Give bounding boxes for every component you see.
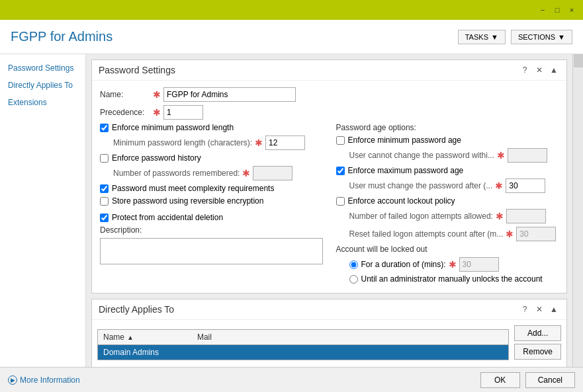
minimize-button[interactable]: − (537, 4, 549, 16)
mail-column-label: Mail (197, 333, 212, 342)
title-bar: − □ × (0, 0, 583, 20)
min-length-input[interactable] (265, 136, 305, 150)
complexity-label: Password must meet complexity requiremen… (112, 184, 274, 193)
directly-close-button[interactable]: ✕ (533, 303, 545, 315)
password-settings-panel: Password Settings ? ✕ ▲ Name: ✱ Preceden… (91, 59, 567, 294)
for-duration-input (459, 257, 499, 272)
failed-attempts-star: ✱ (496, 211, 504, 221)
for-duration-star: ✱ (449, 259, 457, 270)
enforce-history-checkbox[interactable] (100, 154, 109, 163)
tasks-button[interactable]: TASKS ▼ (458, 30, 506, 44)
add-button[interactable]: Add... (514, 325, 561, 341)
name-row: Name: ✱ (100, 87, 559, 102)
failed-attempts-sub-row: Number of failed logon attempts allowed:… (349, 209, 559, 223)
close-button[interactable]: × (566, 4, 578, 16)
tasks-dropdown-icon: ▼ (491, 33, 498, 41)
sidebar-item-label: Password Settings (8, 63, 73, 73)
password-age-label-row: Password age options: (336, 123, 559, 132)
enforce-min-age-row: Enforce minimum password age (336, 136, 559, 145)
panel-collapse-button[interactable]: ▲ (548, 64, 560, 76)
for-duration-radio[interactable] (349, 260, 358, 269)
more-info-icon: ▶ (8, 375, 17, 385)
directly-applies-panel: Directly Applies To ? ✕ ▲ Name ▲ (91, 299, 567, 367)
password-age-label: Password age options: (336, 123, 416, 132)
account-locked-row: Account will be locked out (336, 245, 559, 254)
cancel-button[interactable]: Cancel (525, 372, 575, 388)
right-column: Password age options: Enforce minimum pa… (336, 123, 559, 286)
num-passwords-label: Number of passwords remembered: (113, 169, 240, 178)
reset-attempts-input (516, 227, 556, 241)
name-column-header[interactable]: Name ▲ (98, 330, 139, 344)
reset-attempts-star: ✱ (506, 229, 514, 239)
password-settings-title: Password Settings (99, 65, 175, 75)
name-input[interactable] (163, 87, 296, 102)
main-layout: Password Settings Directly Applies To Ex… (0, 54, 583, 367)
cannot-change-sub-row: User cannot change the password withi...… (349, 148, 559, 163)
sidebar-item-directly-applies[interactable]: Directly Applies To (0, 77, 85, 94)
min-length-star: ✱ (255, 137, 263, 148)
precedence-input[interactable] (163, 105, 203, 120)
for-duration-row: For a duration of (mins): ✱ (349, 257, 559, 272)
sections-button[interactable]: SECTIONS ▼ (511, 30, 572, 44)
precedence-row: Precedence: ✱ (100, 105, 559, 120)
help-button[interactable]: ? (519, 64, 531, 76)
enforce-min-length-checkbox[interactable] (100, 124, 109, 132)
sections-label: SECTIONS (518, 33, 555, 41)
cannot-change-label: User cannot change the password withi... (349, 151, 494, 160)
directly-applies-title: Directly Applies To (99, 304, 174, 315)
password-settings-header: Password Settings ? ✕ ▲ (92, 60, 566, 81)
enforce-history-row: Enforce password history (100, 153, 323, 163)
complexity-checkbox[interactable] (100, 184, 109, 193)
directly-applies-controls: ? ✕ ▲ (519, 303, 560, 315)
header-actions: TASKS ▼ SECTIONS ▼ (458, 30, 572, 44)
num-passwords-input (253, 166, 292, 180)
sidebar-item-extensions[interactable]: Extensions (0, 94, 85, 111)
scrollbar[interactable] (572, 54, 583, 367)
reversible-checkbox[interactable] (100, 197, 109, 206)
until-admin-radio[interactable] (349, 275, 358, 284)
until-admin-label: Until an administrator manually unlocks … (361, 274, 543, 284)
panel-controls: ? ✕ ▲ (519, 64, 560, 76)
enforce-lockout-checkbox[interactable] (336, 197, 345, 206)
more-info-link[interactable]: ▶ More Information (8, 375, 80, 385)
enforce-history-label: Enforce password history (112, 153, 201, 163)
enforce-max-age-row: Enforce maximum password age (336, 166, 559, 175)
num-passwords-star: ✱ (242, 168, 250, 178)
name-sort-icon: ▲ (127, 334, 134, 341)
panel-close-button[interactable]: ✕ (533, 64, 545, 76)
sidebar-item-password-settings[interactable]: Password Settings (0, 59, 85, 77)
reversible-label: Store password using reversible encrypti… (112, 196, 263, 206)
left-column: Enforce minimum password length Minimum … (100, 123, 323, 286)
enforce-min-age-label: Enforce minimum password age (348, 136, 461, 145)
description-label-row: Description: (100, 225, 323, 235)
directly-help-button[interactable]: ? (519, 303, 531, 315)
applies-table: Name ▲ Mail Domain Admins (97, 329, 509, 360)
enforce-lockout-label: Enforce account lockout policy (348, 196, 455, 206)
cannot-change-star: ✱ (497, 150, 505, 161)
table-row[interactable]: Domain Admins (98, 345, 508, 360)
reversible-row: Store password using reversible encrypti… (100, 196, 323, 206)
ok-button[interactable]: OK (480, 372, 520, 388)
cannot-change-input (508, 148, 547, 163)
enforce-min-age-checkbox[interactable] (336, 136, 345, 145)
mail-column-header[interactable]: Mail (192, 330, 217, 344)
sidebar: Password Settings Directly Applies To Ex… (0, 54, 86, 367)
protect-deletion-checkbox[interactable] (100, 214, 109, 222)
maximize-button[interactable]: □ (551, 4, 563, 16)
directly-applies-body: Name ▲ Mail Domain Admins Add.. (92, 320, 566, 367)
for-duration-label: For a duration of (mins): (361, 260, 446, 269)
enforce-max-age-label: Enforce maximum password age (348, 166, 464, 175)
content-area: Password Settings ? ✕ ▲ Name: ✱ Preceden… (86, 54, 572, 367)
footer: ▶ More Information OK Cancel (0, 367, 583, 392)
complexity-row: Password must meet complexity requiremen… (100, 184, 323, 193)
description-label: Description: (100, 225, 153, 235)
remove-button[interactable]: Remove (514, 344, 561, 360)
password-settings-body: Name: ✱ Precedence: ✱ Enf (92, 81, 566, 293)
description-textarea[interactable] (100, 238, 323, 264)
protect-deletion-row: Protect from accidental deletion (100, 213, 323, 222)
directly-collapse-button[interactable]: ▲ (548, 303, 560, 315)
until-admin-row: Until an administrator manually unlocks … (349, 274, 559, 284)
must-change-input[interactable] (506, 178, 545, 193)
enforce-max-age-checkbox[interactable] (336, 167, 345, 175)
app-title: FGPP for Admins (11, 29, 112, 44)
